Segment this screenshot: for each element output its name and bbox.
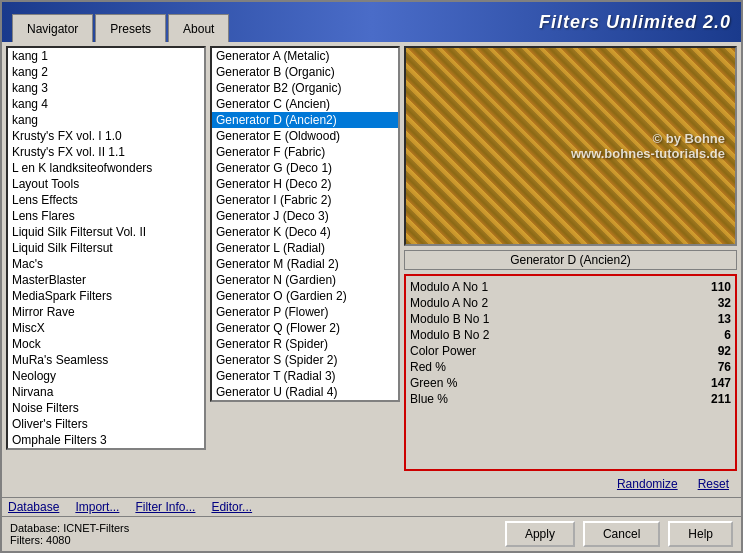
category-item[interactable]: Omphale Filters 3 [8, 432, 204, 448]
editor-link[interactable]: Editor... [211, 500, 252, 514]
category-item[interactable]: kang [8, 112, 204, 128]
panel-row: kang 1kang 2kang 3kang 4kangKrusty's FX … [6, 46, 737, 493]
param-row: Color Power92 [410, 344, 731, 358]
category-item[interactable]: Mirror Rave [8, 304, 204, 320]
randomize-reset: Randomize Reset [617, 477, 729, 491]
param-row: Blue %211 [410, 392, 731, 406]
randomize-link[interactable]: Randomize [617, 477, 678, 491]
category-item[interactable]: Nirvana [8, 384, 204, 400]
param-label: Modulo B No 2 [410, 328, 691, 342]
tab-navigator[interactable]: Navigator [12, 14, 93, 42]
filter-item[interactable]: Generator K (Deco 4) [212, 224, 398, 240]
filter-info-link[interactable]: Filter Info... [135, 500, 195, 514]
category-list[interactable]: kang 1kang 2kang 3kang 4kangKrusty's FX … [6, 46, 206, 450]
param-value: 110 [691, 280, 731, 294]
database-link[interactable]: Database [8, 500, 59, 514]
help-button[interactable]: Help [668, 521, 733, 547]
preview-caption: Generator D (Ancien2) [404, 250, 737, 270]
category-item[interactable]: Noise Filters [8, 400, 204, 416]
param-label: Modulo A No 1 [410, 280, 691, 294]
filter-item[interactable]: Generator D (Ancien2) [212, 112, 398, 128]
filter-item[interactable]: Generator R (Spider) [212, 336, 398, 352]
right-panel: © by Bohne www.bohnes-tutorials.de Gener… [404, 46, 737, 493]
status-info: Database: ICNET-Filters Filters: 4080 [10, 522, 129, 546]
param-label: Color Power [410, 344, 691, 358]
status-bar: Database: ICNET-Filters Filters: 4080 Ap… [2, 516, 741, 551]
param-label: Red % [410, 360, 691, 374]
left-column: kang 1kang 2kang 3kang 4kangKrusty's FX … [6, 46, 206, 493]
filter-item[interactable]: Generator L (Radial) [212, 240, 398, 256]
category-item[interactable]: Neology [8, 368, 204, 384]
param-row: Green %147 [410, 376, 731, 390]
filter-item[interactable]: Generator A (Metalic) [212, 48, 398, 64]
apply-button[interactable]: Apply [505, 521, 575, 547]
filter-item[interactable]: Generator O (Gardien 2) [212, 288, 398, 304]
filter-item[interactable]: Generator B2 (Organic) [212, 80, 398, 96]
bottom-links-bar: Database Import... Filter Info... Editor… [2, 497, 741, 516]
import-link[interactable]: Import... [75, 500, 119, 514]
preview-canvas [406, 48, 735, 244]
category-item[interactable]: kang 3 [8, 80, 204, 96]
cancel-button[interactable]: Cancel [583, 521, 660, 547]
param-value: 92 [691, 344, 731, 358]
category-item[interactable]: L en K landksiteofwonders [8, 160, 204, 176]
param-value: 32 [691, 296, 731, 310]
param-label: Green % [410, 376, 691, 390]
filter-item[interactable]: Generator U (Radial 4) [212, 384, 398, 400]
category-item[interactable]: Liquid Silk Filtersut [8, 240, 204, 256]
filter-item[interactable]: Generator N (Gardien) [212, 272, 398, 288]
filter-item[interactable]: Generator J (Deco 3) [212, 208, 398, 224]
category-item[interactable]: MiscX [8, 320, 204, 336]
tab-bar: Navigator Presets About [12, 2, 229, 42]
preview-area: © by Bohne www.bohnes-tutorials.de [404, 46, 737, 246]
filter-item[interactable]: Generator G (Deco 1) [212, 160, 398, 176]
param-row: Red %76 [410, 360, 731, 374]
app-title: Filters Unlimited 2.0 [539, 12, 731, 33]
param-value: 6 [691, 328, 731, 342]
filter-item[interactable]: Generator B (Organic) [212, 64, 398, 80]
tab-presets[interactable]: Presets [95, 14, 166, 42]
param-value: 13 [691, 312, 731, 326]
category-item[interactable]: Lens Effects [8, 192, 204, 208]
category-item[interactable]: MediaSpark Filters [8, 288, 204, 304]
filter-item[interactable]: Generator S (Spider 2) [212, 352, 398, 368]
param-row: Modulo A No 1110 [410, 280, 731, 294]
category-item[interactable]: MasterBlaster [8, 272, 204, 288]
param-label: Modulo B No 1 [410, 312, 691, 326]
reset-link[interactable]: Reset [698, 477, 729, 491]
filter-item[interactable]: Generator I (Fabric 2) [212, 192, 398, 208]
filter-item[interactable]: Generator C (Ancien) [212, 96, 398, 112]
filter-item[interactable]: Generator F (Fabric) [212, 144, 398, 160]
category-item[interactable]: kang 2 [8, 64, 204, 80]
params-area: Modulo A No 1110Modulo A No 232Modulo B … [404, 274, 737, 471]
category-item[interactable]: Krusty's FX vol. I 1.0 [8, 128, 204, 144]
filter-item[interactable]: Generator T (Radial 3) [212, 368, 398, 384]
category-item[interactable]: kang 4 [8, 96, 204, 112]
category-item[interactable]: kang 1 [8, 48, 204, 64]
filter-item[interactable]: Generator Q (Flower 2) [212, 320, 398, 336]
filter-list[interactable]: Generator A (Metalic)Generator B (Organi… [210, 46, 400, 402]
middle-column: Generator A (Metalic)Generator B (Organi… [210, 46, 400, 493]
param-label: Modulo A No 2 [410, 296, 691, 310]
filter-item[interactable]: Generator M (Radial 2) [212, 256, 398, 272]
category-item[interactable]: Layout Tools [8, 176, 204, 192]
category-item[interactable]: Oliver's Filters [8, 416, 204, 432]
filter-item[interactable]: Generator H (Deco 2) [212, 176, 398, 192]
title-bar: Navigator Presets About Filters Unlimite… [2, 2, 741, 42]
param-value: 76 [691, 360, 731, 374]
category-item[interactable]: Krusty's FX vol. II 1.1 [8, 144, 204, 160]
category-item[interactable]: MuRa's Seamless [8, 352, 204, 368]
tab-about[interactable]: About [168, 14, 229, 42]
category-item[interactable]: Mac's [8, 256, 204, 272]
param-controls: Randomize Reset [404, 475, 737, 493]
main-window: Navigator Presets About Filters Unlimite… [0, 0, 743, 553]
main-content: kang 1kang 2kang 3kang 4kangKrusty's FX … [2, 42, 741, 497]
filter-item[interactable]: Generator E (Oldwood) [212, 128, 398, 144]
category-item[interactable]: Mock [8, 336, 204, 352]
category-item[interactable]: Lens Flares [8, 208, 204, 224]
param-row: Modulo A No 232 [410, 296, 731, 310]
param-row: Modulo B No 113 [410, 312, 731, 326]
category-item[interactable]: Liquid Silk Filtersut Vol. II [8, 224, 204, 240]
param-value: 147 [691, 376, 731, 390]
filter-item[interactable]: Generator P (Flower) [212, 304, 398, 320]
